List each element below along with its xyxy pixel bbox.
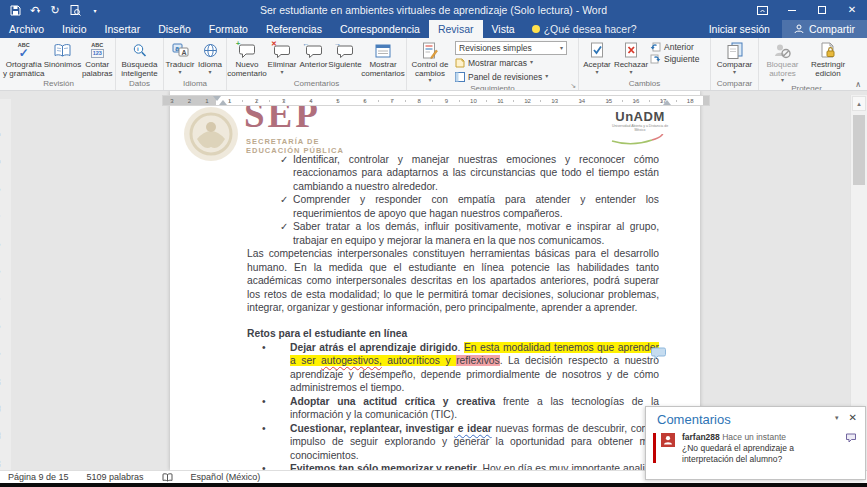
check-bullet-item: Comprender y responder con empatía para … (247, 193, 659, 220)
tab-correspondencia[interactable]: Correspondencia (331, 20, 429, 38)
reject-icon (624, 41, 639, 60)
comment-author: farfan288 (682, 432, 720, 442)
reto-item: Evitemos tan sólo memorizar y repetir. H… (247, 462, 659, 470)
tab-insertar[interactable]: Insertar (96, 20, 150, 38)
tab-revisar[interactable]: Revisar (429, 20, 483, 38)
compare-button[interactable]: Comparar ▾ (712, 39, 757, 78)
book-icon (54, 41, 71, 60)
comment-indicator-icon[interactable] (651, 347, 666, 360)
plus-mark-icon: + (236, 40, 240, 49)
translate-button[interactable]: aA Traducir ▾ (165, 39, 195, 78)
share-label: Compartir (809, 23, 855, 35)
next-comment-button[interactable]: → Siguiente (329, 39, 361, 78)
ribbon-display-options-button[interactable] (747, 0, 777, 20)
tab-diseno[interactable]: Diseño (149, 20, 200, 38)
next-comment-icon: → (336, 41, 354, 60)
retos-bullet-list: Dejar atrás el aprendizaje dirigido. En … (247, 341, 659, 470)
vertical-ruler[interactable]: 12345678910111213 (0, 99, 11, 470)
maximize-button[interactable] (807, 0, 837, 20)
restrict-editing-button[interactable]: Restringir edición (805, 39, 851, 83)
reject-button[interactable]: Rechazar ▾ (614, 39, 648, 78)
spelling-check-icon: ABC✓ (18, 41, 30, 60)
yellow-highlight: autocríticos y (382, 355, 456, 366)
reply-comment-icon[interactable] (845, 433, 857, 443)
new-comment-icon: + (238, 41, 256, 60)
arrow-left-icon: ← (303, 40, 310, 49)
word-count-indicator[interactable]: 5109 palabras (87, 472, 153, 482)
document-page[interactable]: SEP SECRETARÍA DE EDUCACIÓN PÚBLICA CURS… (170, 91, 700, 470)
redo-button[interactable]: ↻ (46, 1, 64, 19)
translate-icon: aA (172, 41, 189, 60)
hanging-indent-marker[interactable] (219, 100, 227, 105)
comment-author-avatar (661, 433, 675, 447)
tab-archivo[interactable]: Archivo (0, 20, 53, 38)
undo-button[interactable]: ↶▾ (26, 1, 44, 19)
show-markup-icon (455, 58, 465, 68)
reviewing-pane-icon (455, 72, 465, 82)
comment-item[interactable]: farfan288 Hace un instante ¿No quedará e… (646, 427, 865, 464)
tab-inicio[interactable]: Inicio (53, 20, 96, 38)
group-idioma: aA Traducir ▾ Idioma ▾ Idioma (164, 38, 227, 90)
block-authors-icon (774, 41, 791, 60)
close-icon: ✕ (848, 5, 856, 15)
restrict-editing-icon (820, 41, 836, 60)
proofing-book-icon (162, 473, 173, 482)
accept-button[interactable]: Aceptar ▾ (580, 39, 614, 78)
print-preview-icon (70, 5, 81, 16)
sign-in-button[interactable]: Iniciar sesión (697, 20, 782, 38)
horizontal-ruler[interactable]: 321 123456789101112131415161718 (162, 95, 710, 106)
comment-author-line: farfan288 Hace un instante (682, 432, 839, 442)
page-indicator[interactable]: Página 9 de 15 (8, 472, 78, 482)
group-seguimiento: Control de cambios ▾ Revisiones simples … (407, 38, 579, 90)
account-area: Iniciar sesión Compartir (697, 20, 867, 38)
tab-vista[interactable]: Vista (483, 20, 524, 38)
smart-lookup-button[interactable]: i Búsqueda inteligente (117, 39, 162, 78)
right-indent-marker[interactable] (663, 100, 671, 105)
language-indicator[interactable]: Español (México) (191, 472, 270, 482)
previous-comment-button[interactable]: ← Anterior (298, 39, 329, 78)
track-changes-button[interactable]: Control de cambios ▾ (408, 39, 452, 83)
next-change-button[interactable]: Siguiente (650, 54, 699, 64)
thesaurus-button[interactable]: Sinónimos (44, 39, 80, 78)
tell-me-box[interactable]: ¿Qué desea hacer? (524, 20, 645, 38)
seguimiento-dialog-launcher[interactable]: ↘ (570, 82, 576, 90)
scroll-up-button[interactable]: ▴ (852, 96, 866, 111)
delete-comment-button[interactable]: ✕ Eliminar ▾ (266, 39, 298, 78)
sep-coat-of-arms (183, 103, 239, 165)
share-button[interactable]: Compartir (782, 20, 867, 38)
collapse-ribbon-button[interactable]: ∧ (855, 80, 861, 89)
reject-dropdown-icon: ▾ (629, 70, 632, 75)
magnifier-icon: i (132, 41, 148, 60)
print-preview-button[interactable] (66, 1, 84, 19)
show-markup-button[interactable]: Mostrar marcas ▾ (455, 56, 567, 69)
unadm-swoosh-icon (610, 134, 670, 146)
maximize-icon (818, 6, 826, 14)
lightbulb-icon (532, 25, 540, 33)
reviewing-pane-button[interactable]: Panel de revisiones ▾ (455, 70, 567, 83)
group-label-revision: Revisión (3, 78, 114, 90)
spelling-grammar-button[interactable]: ABC✓ Ortografía y gramática (3, 39, 44, 78)
customize-qat-button[interactable]: ▾ (86, 1, 104, 19)
save-button[interactable] (6, 1, 24, 19)
tab-referencias[interactable]: Referencias (257, 20, 331, 38)
display-for-review-select[interactable]: Revisiones simples ▾ (455, 41, 567, 55)
ribbon: ABC✓ Ortografía y gramática Sinónimos AB… (0, 38, 867, 91)
tab-formato[interactable]: Formato (200, 20, 257, 38)
comments-panel-close-icon[interactable]: ✕ (849, 412, 857, 423)
comments-panel-title: Comentarios (657, 412, 731, 427)
close-button[interactable]: ✕ (837, 0, 867, 20)
show-comments-button[interactable]: Mostrar comentarios (361, 39, 405, 78)
comments-panel-menu-icon[interactable]: ▾ (835, 414, 839, 422)
save-icon (10, 5, 21, 16)
new-comment-button[interactable]: + Nuevo comentario (228, 39, 266, 78)
scrollbar-thumb[interactable] (853, 115, 865, 185)
group-label-comentarios: Comentarios (228, 78, 405, 90)
proofing-status[interactable] (162, 473, 182, 482)
comment-text[interactable]: ¿No quedará el aprendizaje a interpretac… (682, 443, 839, 464)
previous-change-button[interactable]: Anterior (650, 42, 699, 52)
language-button[interactable]: Idioma ▾ (195, 39, 225, 78)
reto-item: Dejar atrás el aprendizaje dirigido. En … (247, 341, 659, 395)
minimize-button[interactable] (777, 0, 807, 20)
word-count-button[interactable]: ABC123 Contar palabras (80, 39, 114, 78)
titlebar: ↶▾ ↻ ▾ Ser estudiante en ambientes virtu… (0, 0, 867, 20)
